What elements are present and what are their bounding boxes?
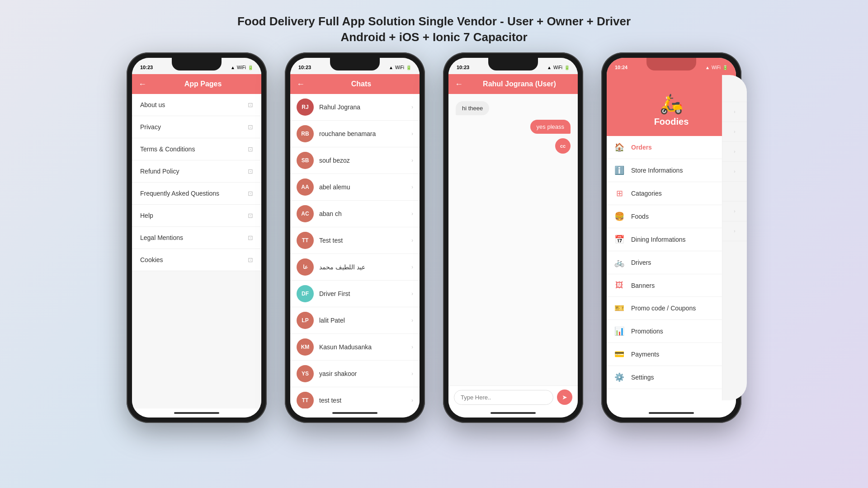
phone2-header: ← Chats — [290, 74, 420, 94]
admin-item-icon: ⚙️ — [614, 372, 625, 382]
admin-menu-item[interactable]: 💳 Payments — [607, 343, 736, 366]
menu-item[interactable]: Refund Policy ⊡ — [132, 160, 261, 183]
chat-avatar: SB — [297, 152, 314, 169]
chat-list-item[interactable]: RJ Rahul Jograna › — [290, 94, 420, 121]
menu-item-label: Legal Mentions — [140, 234, 183, 241]
admin-menu-item[interactable]: ⊞ Catagories — [607, 182, 736, 205]
phone2-back-btn[interactable]: ← — [297, 80, 305, 89]
chat-list-item[interactable]: TT Test test › — [290, 227, 420, 254]
chats-list: RJ Rahul Jograna › RB rouchane benamara … — [290, 94, 420, 408]
chat-chevron-icon: › — [411, 371, 413, 377]
admin-item-label: Drivers — [631, 259, 729, 266]
phone3-frame: 10:23 ▲WiFi🔋 ← Rahul Jograna (User) hi t… — [443, 52, 583, 423]
chat-input-bar: ➤ — [448, 385, 578, 408]
menu-item[interactable]: About us ⊡ — [132, 94, 261, 116]
chat-list-item[interactable]: TT test test › — [290, 387, 420, 408]
admin-item-label: Dining Informations — [631, 236, 729, 243]
chat-chevron-icon: › — [411, 104, 413, 110]
chat-name: rouchane benamara — [319, 130, 411, 137]
menu-item-label: Refund Policy — [140, 168, 179, 175]
admin-item-icon: 💳 — [614, 349, 625, 359]
chat-chevron-icon: › — [411, 157, 413, 164]
admin-menu-item[interactable]: 🎫 Promo code / Coupons — [607, 297, 736, 320]
admin-menu-item[interactable]: ℹ️ Store Informations — [607, 159, 736, 182]
chat-name: Test test — [319, 237, 411, 244]
chat-avatar: TT — [297, 232, 314, 249]
chat-avatar: RB — [297, 125, 314, 142]
phone1-status-bar: 10:23 ▲WiFi🔋 — [132, 58, 261, 74]
phone2-frame: 10:23 ▲WiFi🔋 ← Chats RJ Rahul Jograna › … — [285, 52, 425, 423]
admin-item-icon: 🖼 — [614, 281, 625, 290]
admin-menu-item[interactable]: ⚙️ Settings — [607, 366, 736, 389]
phone1-back-btn[interactable]: ← — [138, 80, 146, 89]
menu-item[interactable]: Privacy ⊡ — [132, 116, 261, 138]
menu-item[interactable]: Legal Mentions ⊡ — [132, 227, 261, 249]
chat-list-item[interactable]: RB rouchane benamara › — [290, 121, 420, 147]
chat-list-item[interactable]: AC aban ch › — [290, 201, 420, 227]
page-title-line1: Food Delivery Full App Solution Single V… — [237, 13, 631, 30]
admin-menu: 🏠 Orders ℹ️ Store Informations ⊞ Catagor… — [607, 136, 736, 408]
page-header: Food Delivery Full App Solution Single V… — [237, 0, 631, 52]
chat-list-item[interactable]: SB souf bezoz › — [290, 147, 420, 174]
admin-menu-item[interactable]: 🏠 Orders — [607, 136, 736, 159]
menu-item-icon: ⊡ — [248, 168, 253, 175]
chat-list-item[interactable]: DF Driver First › — [290, 281, 420, 307]
phone2-signal: ▲WiFi🔋 — [389, 65, 411, 70]
admin-menu-item[interactable]: 🍔 Foods — [607, 205, 736, 228]
chat-name: lalit Patel — [319, 317, 411, 324]
chat-input[interactable] — [454, 390, 553, 405]
menu-item[interactable]: Terms & Conditions ⊡ — [132, 138, 261, 160]
chat-list-item[interactable]: KM Kasun Madusanka › — [290, 334, 420, 361]
menu-item[interactable]: Help ⊡ — [132, 205, 261, 227]
menu-item-icon: ⊡ — [248, 234, 253, 241]
send-button[interactable]: ➤ — [557, 389, 572, 405]
chat-chevron-icon: › — [411, 291, 413, 297]
menu-item-label: About us — [140, 101, 165, 108]
cc-avatar: cc — [555, 138, 571, 154]
admin-item-label: Payments — [631, 351, 729, 358]
admin-item-icon: 🎫 — [614, 303, 625, 313]
menu-item-label: Frequently Asked Questions — [140, 190, 219, 197]
menu-item-icon: ⊡ — [248, 256, 253, 263]
admin-header: ⏻ 🛵 Foodies — [607, 74, 736, 136]
admin-item-label: Settings — [631, 374, 729, 381]
phone1-time: 10:23 — [140, 65, 153, 70]
chat-name: yasir shakoor — [319, 370, 411, 377]
phone1-frame: 10:23 ▲WiFi🔋 ← App Pages About us ⊡Priva… — [127, 52, 267, 423]
chat-list-item[interactable]: LP lalit Patel › — [290, 307, 420, 334]
menu-item-label: Privacy — [140, 123, 161, 131]
chat-list-item[interactable]: AA abel alemu › — [290, 174, 420, 201]
phone3-back-btn[interactable]: ← — [455, 80, 463, 89]
chat-list-item[interactable]: عا عيد اللطيف محمد › — [290, 254, 420, 281]
menu-item[interactable]: Frequently Asked Questions ⊡ — [132, 183, 261, 205]
chat-chevron-icon: › — [411, 211, 413, 217]
chat-avatar: KM — [297, 338, 314, 356]
chat-avatar: عا — [297, 258, 314, 276]
admin-menu-item[interactable]: 🖼 Banners — [607, 274, 736, 297]
menu-item-icon: ⊡ — [248, 212, 253, 219]
admin-menu-item[interactable]: 📊 Promotions — [607, 320, 736, 343]
phone3-title: Rahul Jograna (User) — [467, 80, 571, 88]
menu-item[interactable]: Cookies ⊡ — [132, 249, 261, 271]
phone1-home-bar — [132, 408, 261, 418]
menu-item-icon: ⊡ — [248, 145, 253, 153]
admin-menu-item[interactable]: 🚲 Drivers — [607, 251, 736, 274]
chat-name: Driver First — [319, 290, 411, 297]
chat-avatar: DF — [297, 285, 314, 302]
phone2-time: 10:23 — [298, 65, 311, 70]
admin-menu-item[interactable]: 📅 Dining Informations — [607, 228, 736, 251]
phone3-header: ← Rahul Jograna (User) — [448, 74, 578, 94]
admin-item-icon: ⊞ — [614, 188, 625, 198]
chat-name: Kasun Madusanka — [319, 343, 411, 351]
admin-item-label: Promo code / Coupons — [631, 305, 729, 312]
phone1-signal: ▲WiFi🔋 — [231, 65, 253, 70]
chat-list-item[interactable]: YS yasir shakoor › — [290, 361, 420, 387]
chat-avatar: YS — [297, 365, 314, 382]
app-pages-list: About us ⊡Privacy ⊡Terms & Conditions ⊡R… — [132, 94, 261, 408]
chat-avatar: RJ — [297, 99, 314, 116]
phone3-signal: ▲WiFi🔋 — [547, 65, 570, 70]
chat-chevron-icon: › — [411, 397, 413, 404]
chat-avatar: TT — [297, 392, 314, 408]
chat-chevron-icon: › — [411, 317, 413, 324]
admin-item-icon: 🍔 — [614, 211, 625, 221]
